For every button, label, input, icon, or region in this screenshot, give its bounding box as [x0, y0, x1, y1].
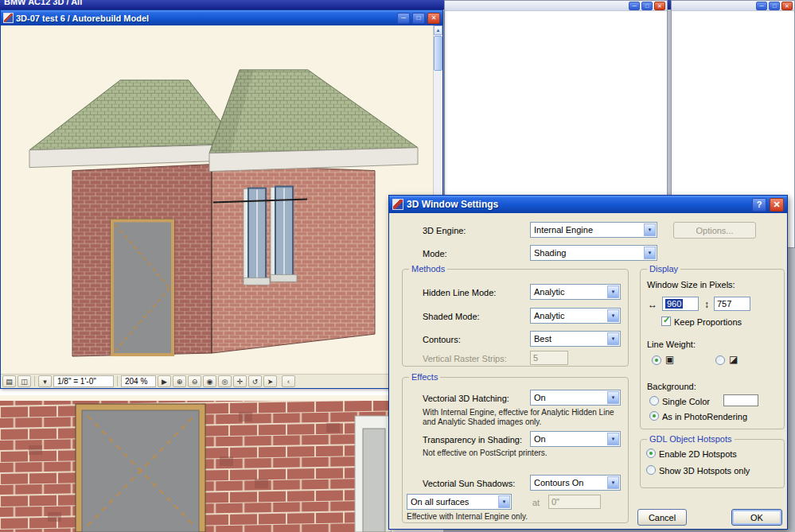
hidden-line-label: Hidden Line Mode: [423, 288, 496, 297]
mode-value: Shading [534, 248, 566, 258]
detail-3d-canvas[interactable] [0, 395, 392, 532]
engine-value: Internal Engine [534, 225, 593, 235]
background-color-swatch[interactable] [723, 394, 758, 406]
chevron-down-icon: ▼ [607, 332, 619, 345]
chevron-down-icon: ▼ [498, 495, 510, 508]
keep-proportions-checkbox[interactable] [661, 316, 671, 326]
window-icon [3, 13, 14, 23]
toolbar-separator [34, 376, 35, 386]
height-value: 757 [717, 299, 731, 309]
background-label: Background: [647, 382, 696, 391]
viewer-titlebar[interactable]: 3D-07 test 6 / Autorebuild Model ─ □ ✕ [1, 10, 442, 25]
zoom-out-icon[interactable]: ◎ [218, 375, 232, 387]
shadow-surfaces-select[interactable]: On all surfaces ▼ [407, 494, 512, 510]
shaded-mode-label: Shaded Mode: [423, 312, 480, 321]
show-3d-hotspots-radio[interactable] [646, 465, 656, 475]
engine-note: Effective with Internal Engine only. [407, 512, 614, 522]
minimize-icon[interactable]: ─ [756, 2, 767, 10]
viewer-window[interactable]: 3D-07 test 6 / Autorebuild Model ─ □ ✕ [0, 10, 443, 389]
chevron-down-icon: ▼ [607, 391, 619, 404]
scroll-left-icon[interactable]: ‹ [282, 375, 295, 387]
viewer-toolbar: ▤ ◫ ▾ 1/8" = 1'-0" 204 % ▶ ⊕ ⊖ ◉ ◎ ✛ ↺ ➤… [1, 374, 442, 388]
sun-shadows-label: Vectorial Sun Shadows: [423, 479, 515, 488]
engine-select[interactable]: Internal Engine ▼ [530, 222, 657, 238]
enable-2d-hotspots-radio[interactable] [646, 449, 656, 458]
dialog-titlebar[interactable]: 3D Window Settings ? ✕ [389, 196, 787, 213]
engine-label: 3D Engine: [423, 226, 466, 235]
3d-model-canvas[interactable] [1, 25, 433, 374]
hairline-radio[interactable] [652, 355, 661, 365]
close-icon[interactable]: ✕ [427, 13, 440, 24]
enable-2d-hotspots-label: Enable 2D Hotspots [659, 449, 737, 459]
hatching-select[interactable]: On ▼ [530, 390, 621, 406]
horizontal-arrow-icon: ↔ [648, 300, 657, 309]
scale-menu-icon[interactable]: ▾ [38, 375, 52, 387]
raster-strips-value: 5 [533, 353, 538, 363]
zoom-display[interactable]: 204 % [121, 375, 156, 387]
line-weight-label: Line Weight: [647, 340, 696, 349]
chevron-down-icon: ▼ [607, 433, 619, 445]
minimize-icon[interactable]: ─ [397, 13, 410, 24]
display-group-title: Display [647, 264, 680, 274]
layers-icon[interactable]: ▤ [2, 375, 16, 387]
close-icon[interactable]: ✕ [770, 198, 784, 212]
roof-left[interactable] [29, 80, 238, 150]
pan-icon[interactable]: ✛ [233, 375, 247, 387]
close-icon[interactable]: ✕ [654, 2, 665, 10]
minimize-icon[interactable]: ─ [629, 2, 640, 10]
chevron-down-icon: ▼ [607, 476, 619, 489]
mode-select[interactable]: Shading ▼ [530, 245, 657, 261]
hatching-note: With Internal Engine, effective for Anal… [423, 408, 618, 427]
raster-strips-label: Vertical Raster Strips: [423, 354, 507, 363]
hidden-line-value: Analytic [534, 287, 565, 297]
window-glass-zoom [363, 429, 385, 532]
width-field[interactable]: 960 [662, 297, 699, 311]
zoom-plus-icon[interactable]: ⊕ [173, 375, 186, 387]
maximize-icon[interactable]: □ [769, 2, 780, 10]
hotspots-group-title: GDL Object Hotspots [647, 434, 735, 444]
contours-select[interactable]: Best ▼ [530, 331, 621, 347]
photorendering-label: As in PhotoRendering [662, 412, 747, 421]
scrollbar-thumb[interactable] [434, 36, 442, 71]
zoom-in-icon[interactable]: ◉ [203, 375, 216, 387]
transparency-select[interactable]: On ▼ [530, 431, 621, 447]
scroll-up-icon[interactable]: ▲ [434, 25, 442, 35]
shaded-mode-select[interactable]: Analytic ▼ [530, 308, 621, 324]
vertical-arrow-icon: ↕ [704, 300, 709, 309]
help-icon[interactable]: ? [752, 198, 766, 212]
ok-button[interactable]: OK [731, 509, 782, 526]
explore-icon[interactable]: ➤ [263, 375, 277, 387]
keep-proportions-label: Keep Proportions [674, 317, 742, 327]
hidden-line-select[interactable]: Analytic ▼ [530, 284, 621, 300]
zoom-minus-icon[interactable]: ⊖ [188, 375, 201, 387]
hotspots-group: GDL Object Hotspots [640, 439, 785, 488]
door[interactable] [112, 220, 173, 355]
contours-label: Contours: [423, 335, 461, 344]
background-window-2-titlebar[interactable]: ─ □ ✕ [672, 1, 794, 11]
close-icon[interactable]: ✕ [781, 2, 793, 10]
photorendering-radio[interactable] [649, 411, 659, 421]
window-size-label: Window Size in Pixels: [647, 280, 735, 289]
toolbar-separator [117, 376, 118, 386]
background-window-1-titlebar[interactable]: ─ □ ✕ [445, 1, 667, 11]
dialog-title: 3D Window Settings [407, 199, 749, 210]
3d-viewport[interactable] [1, 25, 433, 374]
at-label: at [532, 498, 540, 507]
maximize-icon[interactable]: □ [412, 13, 425, 24]
settings-dialog[interactable]: 3D Window Settings ? ✕ 3D Engine: Intern… [388, 195, 788, 530]
sun-shadows-select[interactable]: Contours On ▼ [530, 475, 621, 491]
true-line-weight-radio[interactable] [715, 355, 725, 365]
window-1[interactable] [244, 188, 270, 285]
orbit-icon[interactable]: ↺ [248, 375, 262, 387]
scale-display[interactable]: 1/8" = 1'-0" [53, 375, 114, 387]
height-field[interactable]: 757 [714, 297, 750, 311]
find-select-icon[interactable]: ◫ [18, 375, 31, 387]
single-color-label: Single Color [662, 397, 710, 406]
shadow-surfaces-value: On all surfaces [411, 497, 469, 507]
maximize-icon[interactable]: □ [641, 2, 653, 10]
play-icon[interactable]: ▶ [158, 375, 171, 387]
single-color-radio[interactable] [649, 396, 659, 406]
dialog-icon [392, 199, 403, 210]
cancel-button[interactable]: Cancel [637, 509, 687, 526]
chevron-down-icon: ▼ [644, 247, 656, 259]
